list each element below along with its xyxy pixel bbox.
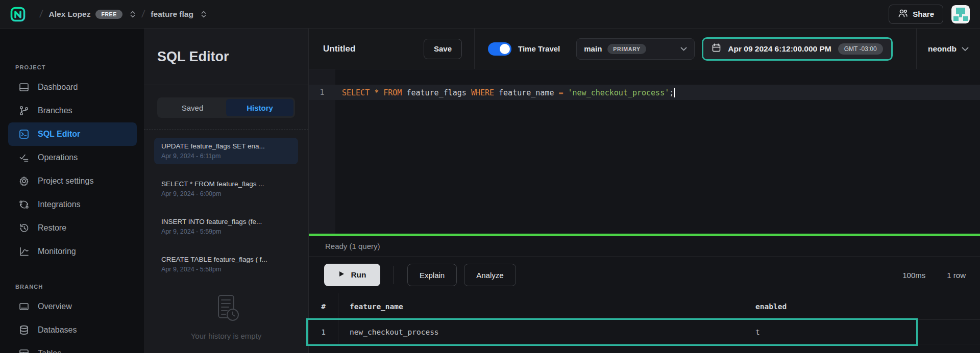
tab-history[interactable]: History <box>226 99 293 116</box>
sql-token-keyword: SELECT <box>342 88 374 97</box>
sidebar-item-label: SQL Editor <box>38 130 80 139</box>
run-button[interactable]: Run <box>324 264 380 286</box>
code-editor[interactable]: 1 SELECT * FROM feature_flags WHERE feat… <box>309 69 980 234</box>
sql-token-keyword: FROM <box>383 88 402 97</box>
breadcrumb-org[interactable]: Alex Lopez FREE <box>49 10 136 19</box>
overview-icon <box>18 301 30 312</box>
divider <box>394 266 394 284</box>
history-item[interactable]: SELECT * FROM feature_flags ... Apr 9, 2… <box>154 175 298 202</box>
status-text: Ready (1 query) <box>325 242 380 250</box>
people-icon <box>898 8 908 20</box>
time-travel-toggle[interactable] <box>488 42 511 56</box>
sidebar-section-branch: BRANCH <box>15 284 144 290</box>
sidebar-item-tables[interactable]: Tables <box>8 342 137 353</box>
history-item[interactable]: INSERT INTO feature_flags (fe... Apr 9, … <box>154 213 298 240</box>
sql-token-string: 'new_checkout_process' <box>568 88 670 97</box>
sidebar-item-overview[interactable]: Overview <box>8 295 137 318</box>
sidebar-item-restore[interactable]: Restore <box>8 216 137 240</box>
saved-history-tabs: Saved History <box>157 97 295 118</box>
tables-icon <box>18 348 30 353</box>
table-row[interactable]: 1 new_checkout_process t <box>309 320 980 344</box>
query-metrics: 100ms 1 row <box>902 271 966 280</box>
history-timestamp: Apr 9, 2024 - 5:59pm <box>161 228 291 235</box>
document-clock-icon <box>211 294 241 325</box>
history-query: UPDATE feature_flags SET ena... <box>161 142 291 150</box>
project-switcher-icon[interactable] <box>201 10 207 19</box>
database-name: neondb <box>928 44 957 54</box>
tab-saved[interactable]: Saved <box>159 99 226 116</box>
active-code-line[interactable]: 1 SELECT * FROM feature_flags WHERE feat… <box>309 85 980 100</box>
sql-token-identifier: feature_name <box>494 88 558 97</box>
org-switcher-icon[interactable] <box>130 10 136 19</box>
history-timestamp: Apr 9, 2024 - 5:58pm <box>161 266 291 273</box>
neon-logo-icon[interactable] <box>10 6 27 22</box>
time-travel-section: Time Travel <box>475 29 573 69</box>
sidebar-section-project: PROJECT <box>15 64 144 70</box>
sql-token-star: * <box>374 88 383 97</box>
share-label: Share <box>913 10 934 18</box>
run-label: Run <box>351 270 366 280</box>
page-title: SQL Editor <box>157 49 229 65</box>
operations-icon <box>18 152 30 163</box>
tabs-container: Saved History <box>144 85 308 130</box>
breadcrumb-project[interactable]: feature flag <box>151 10 207 19</box>
empty-history-label: Your history is empty <box>191 332 262 340</box>
editor-toolbar: Untitled Save Time Travel main PRIMARY <box>309 29 980 69</box>
history-item[interactable]: CREATE TABLE feature_flags ( f... Apr 9,… <box>154 251 298 278</box>
database-select[interactable]: neondb <box>916 29 980 69</box>
row-count: 1 row <box>947 271 966 280</box>
history-query: CREATE TABLE feature_flags ( f... <box>161 256 291 263</box>
datetime-picker[interactable]: Apr 09 2024 6:12:00.000 PM GMT -03:00 <box>703 39 891 59</box>
database-icon <box>18 324 30 336</box>
sql-code[interactable]: SELECT * FROM feature_flags WHERE featur… <box>342 88 675 97</box>
sidebar-item-label: Databases <box>38 325 77 335</box>
column-header-feature-name: feature_name <box>338 293 755 319</box>
sidebar-item-databases[interactable]: Databases <box>8 318 137 342</box>
sidebar-item-integrations[interactable]: Integrations <box>8 193 137 216</box>
gear-icon <box>18 175 30 187</box>
history-list: UPDATE feature_flags SET ena... Apr 9, 2… <box>144 130 308 289</box>
branch-name: main <box>584 44 602 53</box>
sidebar-item-operations[interactable]: Operations <box>8 146 137 169</box>
datetime-value: Apr 09 2024 6:12:00.000 PM <box>728 44 831 54</box>
sql-token-operator: = <box>558 88 568 97</box>
cell-row-number: 1 <box>309 320 338 344</box>
integrations-icon <box>18 199 30 210</box>
chevron-down-icon <box>962 44 969 54</box>
restore-clock-icon <box>18 222 30 234</box>
sidebar-item-project-settings[interactable]: Project settings <box>8 169 137 193</box>
sidebar-item-sql-editor[interactable]: SQL Editor <box>8 122 137 146</box>
project-name: feature flag <box>151 10 193 19</box>
save-button[interactable]: Save <box>424 39 462 59</box>
timezone-badge: GMT -03:00 <box>838 43 883 55</box>
datetime-highlight-box: Apr 09 2024 6:12:00.000 PM GMT -03:00 <box>702 37 892 61</box>
sidebar-item-dashboard[interactable]: Dashboard <box>8 75 137 99</box>
toggle-knob <box>500 44 510 54</box>
history-empty-state: Your history is empty <box>144 294 308 340</box>
sidebar-item-label: Restore <box>38 223 66 233</box>
breadcrumb-separator: / <box>141 8 145 20</box>
text-cursor <box>674 88 675 97</box>
share-button[interactable]: Share <box>889 5 943 24</box>
branch-select[interactable]: main PRIMARY <box>576 38 695 60</box>
column-header-index: # <box>309 293 338 319</box>
history-item[interactable]: UPDATE feature_flags SET ena... Apr 9, 2… <box>154 138 298 164</box>
panel-header: SQL Editor <box>144 29 308 85</box>
sidebar: PROJECT Dashboard Branches SQL Editor Op… <box>0 29 144 353</box>
sql-token-semicolon: ; <box>669 88 674 97</box>
sidebar-item-monitoring[interactable]: Monitoring <box>8 240 137 263</box>
column-header-enabled: enabled <box>755 293 980 319</box>
history-query: SELECT * FROM feature_flags ... <box>161 180 291 188</box>
sidebar-item-branches[interactable]: Branches <box>8 99 137 122</box>
chevron-down-icon <box>680 44 687 54</box>
results-panel: Ready (1 query) Run Explain Analyze 100m… <box>309 236 980 353</box>
explain-button[interactable]: Explain <box>407 264 457 286</box>
dashboard-icon <box>18 82 30 93</box>
query-title[interactable]: Untitled <box>323 44 355 54</box>
user-avatar[interactable] <box>951 5 970 23</box>
play-icon <box>338 270 345 280</box>
analyze-button[interactable]: Analyze <box>464 264 516 286</box>
breadcrumb-separator: / <box>39 8 43 20</box>
query-actions: Run Explain Analyze 100ms 1 row <box>309 257 980 293</box>
line-number: 1 <box>309 88 335 97</box>
